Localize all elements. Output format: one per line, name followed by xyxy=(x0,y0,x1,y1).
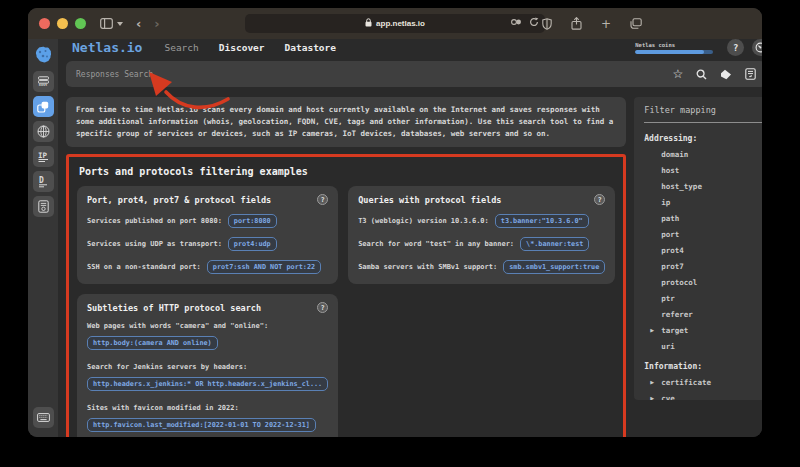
example-label: Services published on port 8080: xyxy=(87,217,222,225)
netlas-coins-meter: Netlas coins xyxy=(635,42,713,54)
filter-mapping-panel: Filter mapping Addressing:domainhosthost… xyxy=(634,97,762,400)
query-chip[interactable]: \*.banner:test xyxy=(520,237,589,251)
filter-item-protocol[interactable]: protocol xyxy=(644,278,762,287)
netlas-logo-text[interactable]: Netlas.io xyxy=(72,40,142,55)
search-magnifier-icon[interactable] xyxy=(696,69,707,80)
filter-group-label: Addressing: xyxy=(644,134,762,143)
help-button[interactable]: ? xyxy=(727,39,744,56)
address-bar[interactable]: app.netlas.io xyxy=(245,14,545,33)
query-chip[interactable]: http.body:(camera AND online) xyxy=(87,336,218,350)
query-chip[interactable]: http.headers.x_jenkins:* OR http.headers… xyxy=(87,377,328,391)
coins-bar xyxy=(635,50,713,54)
example-card-2: Queries with protocol fields?T3 (weblogi… xyxy=(348,186,615,284)
tags-icon[interactable] xyxy=(720,69,732,80)
new-tab-icon[interactable]: + xyxy=(601,17,611,31)
rail-host-button[interactable]: host xyxy=(33,71,54,92)
query-chip[interactable]: t3.banner:"10.3.6.0" xyxy=(495,214,589,228)
search-input[interactable] xyxy=(76,70,660,79)
nav-item-search[interactable]: Search xyxy=(164,42,198,53)
browser-window: ‹ › app.netlas.io xyxy=(28,8,762,437)
example-label: Search for Jenkins servers by headers: xyxy=(87,363,328,371)
rail-ip-whois-button[interactable]: IP xyxy=(33,146,54,167)
example-cards: Port, prot4, prot7 & protocol fields?Ser… xyxy=(77,186,615,437)
query-chip[interactable]: port:8080 xyxy=(228,214,277,228)
example-label: Samba servers with SMBv1 support: xyxy=(358,263,497,271)
shortcuts-keyboard-button[interactable] xyxy=(33,407,54,428)
rail-host-label: host xyxy=(39,84,47,88)
filter-item-ip[interactable]: ip xyxy=(644,198,762,207)
example-label: T3 (weblogic) version 10.3.6.0: xyxy=(358,217,489,225)
card-title: Queries with protocol fields xyxy=(358,195,501,205)
extensions-icon[interactable] xyxy=(511,18,522,28)
rail-globe-button[interactable] xyxy=(33,121,54,142)
example-label: Search for word "test" in any banner: xyxy=(358,240,514,248)
filter-item-path[interactable]: path xyxy=(644,214,762,223)
query-chip[interactable]: prot4:udp xyxy=(228,237,277,251)
screenshot-stage: ‹ › app.netlas.io xyxy=(0,0,800,467)
url-text: app.netlas.io xyxy=(376,19,425,28)
rail-certificates-button[interactable] xyxy=(33,196,54,217)
share-icon[interactable] xyxy=(571,17,582,30)
query-chip[interactable]: prot7:ssh AND NOT port:22 xyxy=(207,260,321,274)
expand-arrow-icon[interactable]: ▶ xyxy=(650,395,654,400)
netlas-logo-icon[interactable] xyxy=(34,46,52,63)
filter-item-certificate[interactable]: ▶certificate xyxy=(644,378,762,387)
close-window-button[interactable] xyxy=(39,18,50,29)
filter-mapping-title: Filter mapping xyxy=(644,105,762,123)
example-label: Sites with favicon modified in 2022: xyxy=(87,404,328,412)
examples-section: Ports and protocols filtering examples P… xyxy=(66,154,626,437)
nav-item-discover[interactable]: Discover xyxy=(219,42,265,53)
minimize-window-button[interactable] xyxy=(57,18,68,29)
card-help-icon[interactable]: ? xyxy=(594,194,605,205)
example-card-1: Port, prot4, prot7 & protocol fields?Ser… xyxy=(77,186,338,284)
card-help-icon[interactable]: ? xyxy=(317,194,328,205)
filter-item-uri[interactable]: uri xyxy=(644,342,762,351)
query-chip[interactable]: http.favicon.last_modified:[2022-01-01 T… xyxy=(87,418,316,432)
example-label: SSH on a non-standard port: xyxy=(87,263,201,271)
expand-arrow-icon[interactable]: ▶ xyxy=(650,379,654,385)
coins-label: Netlas coins xyxy=(635,42,713,48)
example-row: T3 (weblogic) version 10.3.6.0:t3.banner… xyxy=(358,214,605,228)
examples-section-title: Ports and protocols filtering examples xyxy=(79,166,615,177)
example-row: Samba servers with SMBv1 support:smb.smb… xyxy=(358,260,605,274)
filter-item-target[interactable]: ▶target xyxy=(644,326,762,335)
filter-item-domain[interactable]: domain xyxy=(644,150,762,159)
query-chip[interactable]: smb.smbv1_support:true xyxy=(503,260,605,274)
favorite-star-icon[interactable]: ☆ xyxy=(673,68,684,80)
svg-text:D: D xyxy=(39,176,44,185)
forward-button[interactable]: › xyxy=(154,16,159,31)
reload-icon[interactable] xyxy=(529,17,539,29)
back-button[interactable]: ‹ xyxy=(136,16,141,31)
expand-arrow-icon[interactable]: ▶ xyxy=(650,327,654,333)
usage-gauge-button[interactable] xyxy=(752,39,762,56)
filter-item-host[interactable]: host xyxy=(644,166,762,175)
filter-item-referer[interactable]: referer xyxy=(644,310,762,319)
card-help-icon[interactable]: ? xyxy=(317,302,328,313)
rail-domains-button[interactable]: D xyxy=(33,171,54,192)
card-title: Port, prot4, prot7 & protocol fields xyxy=(87,195,271,205)
responses-search-bar[interactable]: ☆ xyxy=(66,61,762,87)
filter-item-prot7[interactable]: prot7 xyxy=(644,262,762,271)
sidebar-toggle-icon[interactable] xyxy=(100,18,113,29)
filter-item-port[interactable]: port xyxy=(644,230,762,239)
export-document-icon[interactable] xyxy=(745,68,756,80)
nav-item-datastore[interactable]: Datastore xyxy=(285,42,336,53)
traffic-lights xyxy=(39,18,86,29)
sidebar-chevron-icon[interactable] xyxy=(117,22,123,26)
tab-overview-icon[interactable] xyxy=(630,18,642,29)
example-row: Search for word "test" in any banner:\*.… xyxy=(358,237,605,251)
filter-item-host_type[interactable]: host_type xyxy=(644,182,762,191)
filter-group-label: Information: xyxy=(644,362,762,371)
browser-toolbar: ‹ › app.netlas.io xyxy=(28,8,762,39)
card-title: Subtleties of HTTP protocol search xyxy=(87,303,261,313)
filter-item-cve[interactable]: ▶cve xyxy=(644,394,762,400)
filter-item-ptr[interactable]: ptr xyxy=(644,294,762,303)
rail-responses-button[interactable] xyxy=(33,96,54,117)
example-card-3: Subtleties of HTTP protocol search?Web p… xyxy=(77,294,338,437)
example-label: Web pages with words "camera" and "onlin… xyxy=(87,322,328,330)
filter-item-prot4[interactable]: prot4 xyxy=(644,246,762,255)
privacy-shield-icon[interactable] xyxy=(542,18,552,30)
svg-text:IP: IP xyxy=(38,151,48,160)
search-intro-text: From time to time Netlas.io scans every … xyxy=(66,97,626,147)
zoom-window-button[interactable] xyxy=(75,18,86,29)
